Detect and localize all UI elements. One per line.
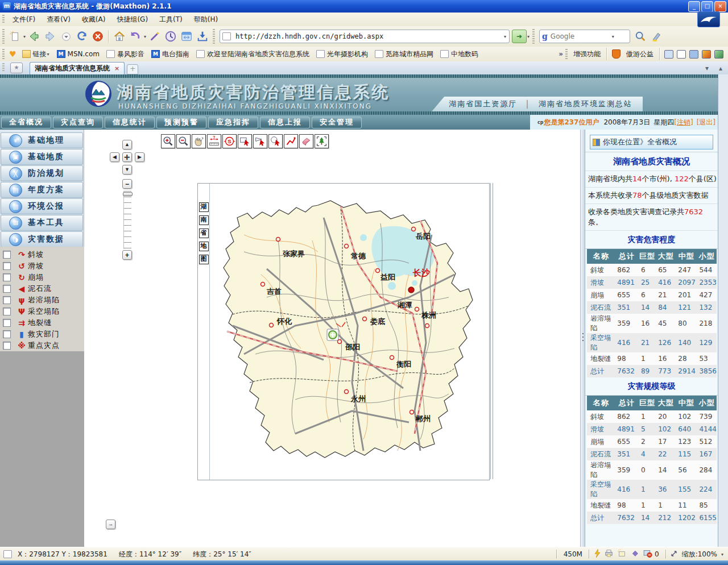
layer-row[interactable]: ↺滑坡 [0,260,84,272]
plugin-icon[interactable] [714,50,723,59]
pan-right-button[interactable]: ▶ [135,152,144,162]
sidebar-section[interactable]: ▣基础地质 [1,149,83,165]
sidebar-section[interactable]: ⊞基本工具 [1,215,83,231]
nav-tab[interactable]: 全省概况 [1,117,51,128]
layer-checkbox[interactable] [3,319,11,327]
gesture-button[interactable] [630,549,640,560]
new-window-button[interactable] [617,549,627,560]
select-rect-button[interactable] [238,134,252,148]
proxy-button[interactable] [604,549,614,560]
tab-scroll-icon[interactable]: ▴ [719,64,722,72]
window-manager-button[interactable] [179,28,195,44]
org-link-monitoring-station[interactable]: 湖南省地质环境监测总站 [539,99,632,109]
brush-icon[interactable] [702,50,711,59]
capital-marker[interactable] [408,287,414,293]
layer-checkbox[interactable] [3,262,11,270]
city-marker[interactable] [415,308,419,311]
back-button[interactable] [26,28,42,44]
layer-row[interactable]: ⇉地裂缝 [0,317,84,329]
security-shield-icon[interactable] [612,49,621,59]
nav-tab[interactable]: 信息上报 [260,117,310,128]
city-marker[interactable] [345,390,349,394]
magic-fill-button[interactable] [147,28,163,44]
nav-tab[interactable]: 安全管理 [312,117,362,128]
layer-row[interactable]: ▮救灾部门 [0,329,84,340]
layer-row[interactable]: ◀泥石流 [0,283,84,294]
nav-tab[interactable]: 信息统计 [105,117,155,128]
layer-checkbox[interactable] [3,285,11,293]
select-s-button[interactable]: S [222,134,237,148]
select-polygon-button[interactable] [253,134,267,148]
links-overflow-chevron[interactable]: » [559,50,563,58]
link-item[interactable]: 觅路城市精品网 [375,49,433,59]
map-canvas[interactable]: 张家界常德岳阳益阳长沙吉首湘潭株洲怀化娄底邵阳衡阳永州郴州 [210,184,489,480]
sidebar-section[interactable]: ▥环境公报 [1,198,83,214]
city-marker[interactable] [276,238,280,242]
layer-checkbox[interactable] [3,296,11,304]
menu-item[interactable]: 文件(F) [7,14,41,26]
city-marker[interactable] [345,244,349,248]
full-extent-button[interactable] [315,134,329,148]
select-circle-button[interactable] [268,134,283,148]
history-dropdown-button[interactable] [58,28,74,44]
zoom-slider-handle[interactable] [123,192,133,196]
history-button[interactable] [163,28,179,44]
forward-button[interactable] [42,28,58,44]
maxthon-logo[interactable] [697,11,720,27]
zoom-caret-icon[interactable]: ▾ [721,552,723,557]
resize-button[interactable] [669,549,679,560]
tab-close-icon[interactable]: × [114,65,119,72]
new-page-caret-icon[interactable]: ▾ [23,34,26,39]
menu-item[interactable]: 帮助(H) [188,14,224,26]
exit-link[interactable]: [退出] [697,118,715,127]
stop-button[interactable] [90,28,106,44]
layer-checkbox[interactable] [3,273,11,281]
layer-checkbox[interactable] [3,308,11,315]
refresh-button[interactable] [74,28,90,44]
highlight-button[interactable] [648,28,664,44]
nav-tab[interactable]: 应急指挥 [208,117,258,128]
city-marker[interactable] [410,410,414,414]
layer-row[interactable]: ※重点灾点 [0,340,84,351]
city-marker[interactable] [376,269,380,273]
undo-caret-icon[interactable]: ▾ [144,34,146,39]
sidebar-section[interactable]: ╳防治规划 [1,165,83,181]
layer-row[interactable]: ↷斜坡 [0,249,84,260]
org-link-land-resources[interactable]: 湖南省国土资源厅 [449,99,517,109]
breadcrumb[interactable]: 你现在位置》全省概况 [590,135,713,149]
new-page-button[interactable] [7,28,23,44]
hunan-province-map[interactable]: 张家界常德岳阳益阳长沙吉首湘潭株洲怀化娄底邵阳衡阳永州郴州 [210,184,488,478]
layer-row[interactable]: ↻崩塌 [0,272,84,283]
sidebar-section[interactable]: ▤年度方案 [1,182,83,198]
pan-button[interactable] [192,134,206,148]
download-button[interactable] [195,28,210,44]
search-engine-caret-icon[interactable]: ▾ [612,34,614,39]
link-item[interactable]: MMSN.com [57,49,100,59]
logout-link[interactable]: [注销] [674,118,693,127]
new-tab-button[interactable]: + [127,64,138,74]
maxthon-charity-link[interactable]: 傲游公益 [626,49,653,59]
eraser-button[interactable] [299,134,313,148]
link-item[interactable]: 光年摄影机构 [316,49,368,59]
menu-item[interactable]: 快捷组(G) [111,14,154,26]
pan-up-button[interactable]: ▲ [122,140,132,149]
zoom-level[interactable]: 缩放:100% [682,550,717,559]
undo-button[interactable] [127,28,143,44]
link-item[interactable]: 链接▾ [22,49,50,59]
pan-center-button[interactable]: ✛ [122,152,132,162]
notes-icon[interactable] [689,50,698,59]
measure-button[interactable]: ? [207,134,221,148]
search-button[interactable] [632,28,648,44]
close-button[interactable]: × [714,1,726,12]
address-url[interactable]: http://dzzh.hndh.gov.cn/gridweb.aspx [235,32,503,40]
layer-row[interactable]: Ψ采空塌陷 [0,306,84,317]
window-edge-scrollbar[interactable] [718,74,728,560]
layer-checkbox[interactable] [3,330,11,338]
link-item[interactable]: 欢迎登陆湖南省地质灾害信息系统 [196,49,309,59]
user-icon[interactable] [664,50,673,59]
link-item[interactable]: 中地数码 [440,49,478,59]
minimize-button[interactable]: _ [688,1,700,12]
boost-button[interactable] [593,549,602,560]
zoom-in-button[interactable] [161,134,175,148]
layer-checkbox[interactable] [3,251,11,259]
